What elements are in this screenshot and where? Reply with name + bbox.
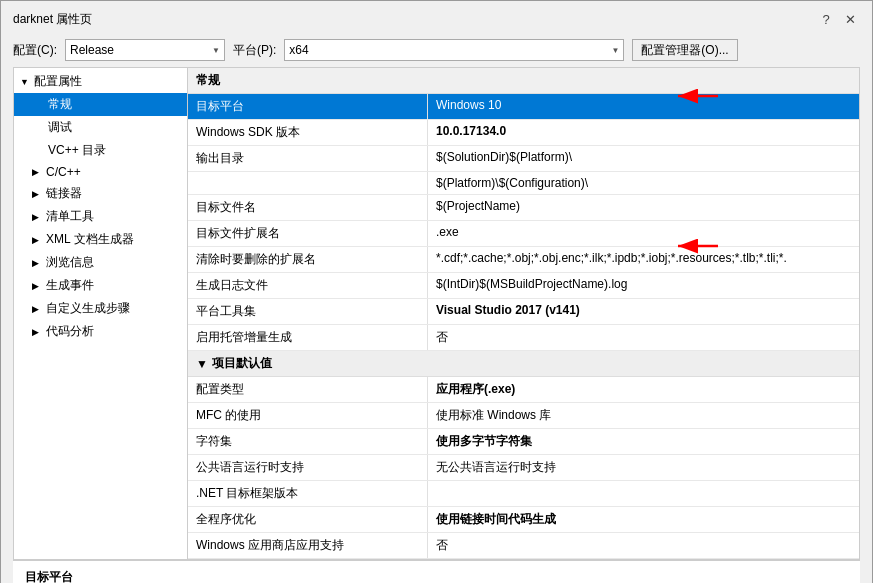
- default-value-6: 否: [428, 533, 859, 558]
- expand-icon[interactable]: ▶: [32, 281, 42, 291]
- title-controls: ? ✕: [816, 9, 860, 29]
- prop-value-7: $(IntDir)$(MSBuildProjectName).log: [428, 273, 859, 298]
- tree-label: 自定义生成步骤: [46, 300, 130, 317]
- defaults-container: 配置类型应用程序(.exe)MFC 的使用使用标准 Windows 库字符集使用…: [188, 377, 859, 559]
- tree-item-9[interactable]: ▶生成事件: [14, 274, 187, 297]
- prop-row-0[interactable]: 目标平台Windows 10: [188, 94, 859, 120]
- default-row-2: 字符集使用多字节字符集: [188, 429, 859, 455]
- main-content: ▼配置属性常规调试VC++ 目录▶C/C++▶链接器▶清单工具▶XML 文档生成…: [1, 67, 872, 560]
- tree-label: 清单工具: [46, 208, 94, 225]
- platform-dropdown-arrow: ▼: [611, 46, 619, 55]
- tree-label: 生成事件: [46, 277, 94, 294]
- default-name-1: MFC 的使用: [188, 403, 428, 428]
- description-panel: 目标平台 项目的当前目标平台。: [13, 560, 860, 583]
- default-value-2: 使用多字节字符集: [428, 429, 859, 454]
- prop-row-5: 目标文件扩展名.exe: [188, 221, 859, 247]
- tree-item-3[interactable]: VC++ 目录: [14, 139, 187, 162]
- tree-label: VC++ 目录: [48, 142, 106, 159]
- prop-value-0: Windows 10: [428, 94, 859, 119]
- config-label: 配置(C):: [13, 42, 57, 59]
- help-button[interactable]: ?: [816, 9, 836, 29]
- config-dropdown-arrow: ▼: [212, 46, 220, 55]
- prop-row-7: 生成日志文件$(IntDir)$(MSBuildProjectName).log: [188, 273, 859, 299]
- default-row-6: Windows 应用商店应用支持否: [188, 533, 859, 559]
- default-value-5: 使用链接时间代码生成: [428, 507, 859, 532]
- tree-section: ▼配置属性常规调试VC++ 目录▶C/C++▶链接器▶清单工具▶XML 文档生成…: [14, 68, 187, 345]
- tree-label: 配置属性: [34, 73, 82, 90]
- prop-value-3: $(Platform)\$(Configuration)\: [428, 172, 859, 194]
- prop-name-5: 目标文件扩展名: [188, 221, 428, 246]
- prop-name-9: 启用托管增量生成: [188, 325, 428, 350]
- prop-value-6: *.cdf;*.cache;*.obj;*.obj.enc;*.ilk;*.ip…: [428, 247, 859, 272]
- prop-name-4: 目标文件名: [188, 195, 428, 220]
- title-bar: darknet 属性页 ? ✕: [1, 1, 872, 33]
- project-defaults-header: ▼ 项目默认值: [188, 351, 859, 377]
- prop-name-2: 输出目录: [188, 146, 428, 171]
- expand-icon[interactable]: ▶: [32, 258, 42, 268]
- tree-item-5[interactable]: ▶链接器: [14, 182, 187, 205]
- tree-item-8[interactable]: ▶浏览信息: [14, 251, 187, 274]
- expand-icon[interactable]: ▶: [32, 235, 42, 245]
- window-title: darknet 属性页: [13, 11, 92, 28]
- prop-value-8: Visual Studio 2017 (v141): [428, 299, 859, 324]
- prop-name-6: 清除时要删除的扩展名: [188, 247, 428, 272]
- general-section-header: 常规: [188, 68, 859, 94]
- expand-icon[interactable]: ▶: [32, 304, 42, 314]
- prop-value-2: $(SolutionDir)$(Platform)\: [428, 146, 859, 171]
- tree-item-7[interactable]: ▶XML 文档生成器: [14, 228, 187, 251]
- prop-name-3: [188, 172, 428, 194]
- expand-icon[interactable]: ▶: [32, 167, 42, 177]
- left-panel: ▼配置属性常规调试VC++ 目录▶C/C++▶链接器▶清单工具▶XML 文档生成…: [13, 67, 188, 560]
- platform-dropdown[interactable]: x64 ▼: [284, 39, 624, 61]
- tree-item-6[interactable]: ▶清单工具: [14, 205, 187, 228]
- tree-label: 代码分析: [46, 323, 94, 340]
- tree-item-10[interactable]: ▶自定义生成步骤: [14, 297, 187, 320]
- prop-row-6: 清除时要删除的扩展名*.cdf;*.cache;*.obj;*.obj.enc;…: [188, 247, 859, 273]
- tree-label: C/C++: [46, 165, 81, 179]
- prop-value-4: $(ProjectName): [428, 195, 859, 220]
- tree-item-1[interactable]: 常规: [14, 93, 187, 116]
- right-panel: 常规 目标平台Windows 10Windows SDK 版本10.0.1713…: [188, 67, 860, 560]
- config-value: Release: [70, 43, 114, 57]
- default-value-3: 无公共语言运行时支持: [428, 455, 859, 480]
- close-button[interactable]: ✕: [840, 9, 860, 29]
- config-manager-button[interactable]: 配置管理器(O)...: [632, 39, 737, 61]
- default-value-0: 应用程序(.exe): [428, 377, 859, 402]
- project-defaults-expand: ▼: [196, 357, 208, 371]
- default-name-0: 配置类型: [188, 377, 428, 402]
- dialog-window: darknet 属性页 ? ✕ 配置(C): Release ▼ 平台(P): …: [0, 0, 873, 583]
- tree-item-4[interactable]: ▶C/C++: [14, 162, 187, 182]
- tree-label: XML 文档生成器: [46, 231, 134, 248]
- properties-container: 目标平台Windows 10Windows SDK 版本10.0.17134.0…: [188, 94, 859, 351]
- expand-icon[interactable]: ▶: [32, 327, 42, 337]
- default-row-5: 全程序优化使用链接时间代码生成: [188, 507, 859, 533]
- prop-row-3: $(Platform)\$(Configuration)\: [188, 172, 859, 195]
- prop-value-5: .exe: [428, 221, 859, 246]
- tree-label: 浏览信息: [46, 254, 94, 271]
- default-name-6: Windows 应用商店应用支持: [188, 533, 428, 558]
- prop-row-1: Windows SDK 版本10.0.17134.0: [188, 120, 859, 146]
- default-value-1: 使用标准 Windows 库: [428, 403, 859, 428]
- tree-label: 调试: [48, 119, 72, 136]
- expand-icon[interactable]: ▶: [32, 189, 42, 199]
- default-name-2: 字符集: [188, 429, 428, 454]
- project-defaults-label: 项目默认值: [212, 355, 272, 372]
- tree-item-0[interactable]: ▼配置属性: [14, 70, 187, 93]
- prop-name-1: Windows SDK 版本: [188, 120, 428, 145]
- general-section-label: 常规: [196, 72, 220, 89]
- default-row-1: MFC 的使用使用标准 Windows 库: [188, 403, 859, 429]
- collapse-icon[interactable]: ▼: [20, 77, 30, 87]
- default-row-4: .NET 目标框架版本: [188, 481, 859, 507]
- platform-value: x64: [289, 43, 308, 57]
- prop-value-1: 10.0.17134.0: [428, 120, 859, 145]
- prop-row-2: 输出目录$(SolutionDir)$(Platform)\: [188, 146, 859, 172]
- description-title: 目标平台: [25, 569, 848, 583]
- default-row-3: 公共语言运行时支持无公共语言运行时支持: [188, 455, 859, 481]
- tree-item-11[interactable]: ▶代码分析: [14, 320, 187, 343]
- platform-label: 平台(P):: [233, 42, 276, 59]
- tree-item-2[interactable]: 调试: [14, 116, 187, 139]
- tree-label: 常规: [48, 96, 72, 113]
- config-dropdown[interactable]: Release ▼: [65, 39, 225, 61]
- expand-icon[interactable]: ▶: [32, 212, 42, 222]
- default-name-5: 全程序优化: [188, 507, 428, 532]
